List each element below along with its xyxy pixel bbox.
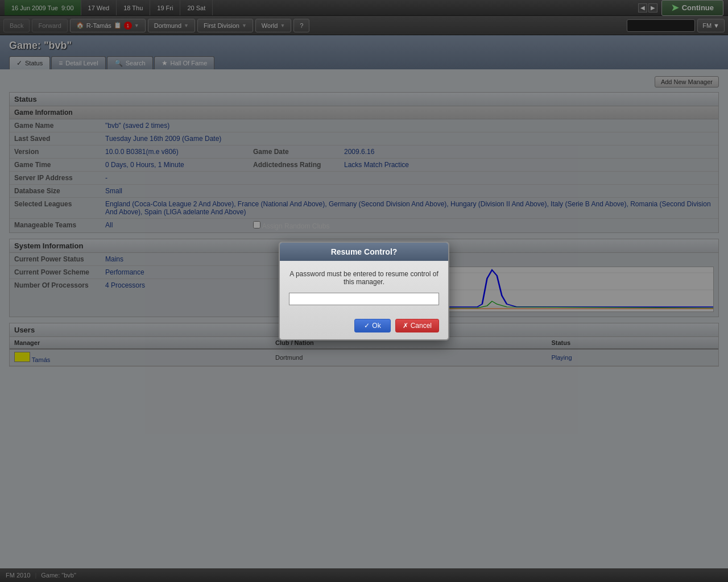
modal-ok-label: Ok [372, 322, 380, 330]
cancel-x-icon: ✗ [403, 322, 408, 330]
modal-buttons: ✓ Ok ✗ Cancel [280, 314, 448, 339]
modal-body: A password must be entered to resume con… [280, 261, 448, 314]
modal-cancel-label: Cancel [411, 322, 432, 330]
ok-checkmark-icon: ✓ [364, 322, 370, 330]
modal-title: Resume Control? [280, 243, 448, 261]
modal-ok-button[interactable]: ✓ Ok [354, 319, 390, 332]
modal-password-input[interactable] [289, 293, 439, 305]
modal-dialog: Resume Control? A password must be enter… [279, 242, 449, 340]
modal-cancel-button[interactable]: ✗ Cancel [395, 319, 439, 332]
modal-message: A password must be entered to resume con… [289, 270, 439, 286]
modal-overlay: Resume Control? A password must be enter… [0, 0, 728, 582]
